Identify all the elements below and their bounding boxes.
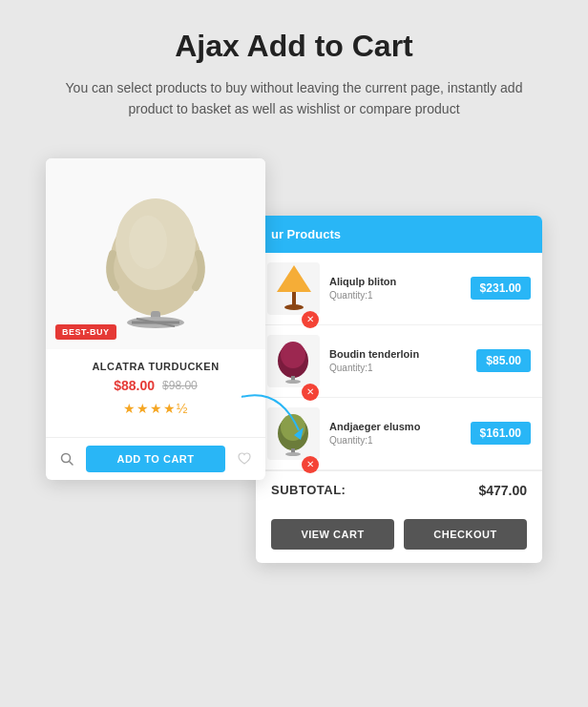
add-to-cart-button[interactable]: ADD TO CART [86,446,225,472]
cart-item-name-3: Andjaeger elusmo [329,421,471,432]
ui-demo-container: BEST-BUY ALCATRA TURDUCKEN $88.00 $98.00… [46,158,542,569]
cart-item-image-1 [267,262,320,315]
cart-item-details-1: Aliqulp bliton Quantity:1 [329,276,471,301]
cart-subtotal: SUBTOTAL: $477.00 [256,470,542,509]
cart-item: Aliqulp bliton Quantity:1 $231.00 ✕ [256,253,542,325]
view-cart-button[interactable]: VIEW CART [271,519,394,550]
cart-header: ur Products [256,216,542,253]
best-buy-badge: BEST-BUY [55,324,116,340]
svg-point-12 [284,304,304,310]
cart-item-details-3: Andjaeger elusmo Quantity:1 [329,421,471,446]
search-icon[interactable] [55,447,78,470]
cart-item-name-2: Boudin tenderloin [329,348,476,360]
product-image [89,177,222,330]
cart-item-price-1: $231.00 [471,277,531,300]
page-title: Ajax Add to Cart [175,29,413,64]
remove-item-3[interactable]: ✕ [302,456,319,473]
price-current: $88.00 [114,378,155,393]
svg-point-14 [281,342,305,368]
cart-item-details-2: Boudin tenderloin Quantity:1 [329,348,476,373]
arrow-decoration [232,387,308,445]
checkout-button[interactable]: CHECKOUT [404,519,527,550]
product-name: ALCATRA TURDUCKEN [57,361,254,372]
remove-item-1[interactable]: ✕ [302,311,319,328]
product-image-area: BEST-BUY [46,158,265,349]
cart-buttons: VIEW CART CHECKOUT [256,509,542,563]
wishlist-icon[interactable] [233,447,256,470]
product-prices: $88.00 $98.00 [57,378,254,393]
svg-point-2 [129,216,167,269]
svg-point-20 [285,452,301,456]
subtotal-label: SUBTOTAL: [271,483,346,497]
svg-point-16 [285,380,301,384]
cart-item-price-3: $161.00 [471,422,531,445]
cart-item-image-2 [267,335,320,387]
svg-line-8 [70,461,74,465]
cart-item-name-1: Aliqulp bliton [329,276,471,287]
subtotal-amount: $477.00 [478,483,527,498]
cart-item-qty-3: Quantity:1 [329,435,471,446]
page-subtitle: You can select products to buy without l… [65,77,523,120]
cart-item-price-2: $85.00 [476,349,531,372]
cart-item-qty-2: Quantity:1 [329,363,476,373]
star-rating: ★★★★½ [57,401,254,416]
price-original: $98.00 [162,379,198,392]
svg-marker-10 [277,265,311,292]
cart-item-qty-1: Quantity:1 [329,290,471,301]
